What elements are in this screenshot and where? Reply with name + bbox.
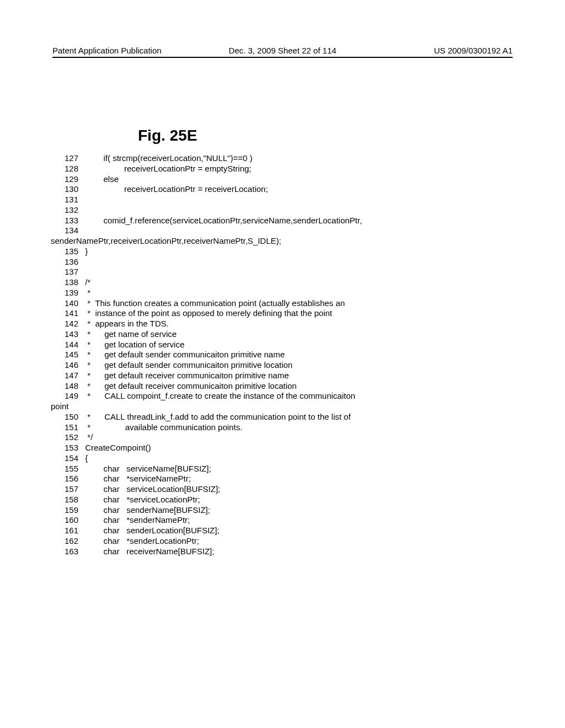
- line-number: 142: [56, 319, 83, 329]
- line-number: 152: [56, 432, 83, 443]
- line-number: 140: [56, 298, 83, 309]
- figure-title: Fig. 25E: [138, 127, 197, 144]
- code-line: 129 else: [56, 174, 362, 185]
- line-text: * instance of the point as opposed to me…: [83, 308, 332, 318]
- line-text: else: [83, 174, 119, 184]
- code-line: 143 * get name of service: [56, 329, 362, 340]
- line-number: 138: [56, 277, 83, 288]
- code-line: 140 * This function creates a communicat…: [56, 298, 362, 309]
- line-number: 143: [56, 329, 83, 340]
- line-text: {: [83, 453, 88, 463]
- line-text: */: [83, 432, 93, 442]
- code-line: 151 * available communication points.: [56, 422, 362, 433]
- line-text: char *senderLocationPtr;: [83, 536, 199, 545]
- code-line: 153 CreateCompoint(): [56, 443, 362, 453]
- line-text: char *senderNamePtr;: [83, 515, 190, 524]
- line-text: }: [83, 247, 88, 256]
- line-number: 127: [56, 153, 83, 164]
- line-text: /*: [83, 277, 90, 287]
- line-number: 163: [56, 547, 83, 557]
- line-number: 131: [56, 195, 83, 205]
- code-line: 135 }: [56, 247, 362, 257]
- line-text: * appears in the TDS.: [83, 319, 169, 328]
- code-line: 139 *: [56, 288, 362, 298]
- page-header: Patent Application Publication Dec. 3, 2…: [52, 46, 513, 58]
- code-line: 146 * get default sender communicaiton p…: [56, 360, 362, 371]
- line-text: * get location of service: [83, 340, 184, 349]
- code-line: 156 char *serviceNamePtr;: [56, 474, 362, 484]
- line-number: 137: [56, 267, 83, 277]
- line-text: * get default sender communicaiton primi…: [83, 350, 285, 359]
- code-line: 144 * get location of service: [56, 340, 362, 350]
- code-line: 136: [56, 257, 362, 267]
- code-line: 162 char *senderLocationPtr;: [56, 536, 362, 547]
- code-line: 142 * appears in the TDS.: [56, 319, 362, 329]
- code-line: 152 */: [56, 432, 362, 443]
- line-text: receiverLocationPtr = emptyString;: [83, 164, 252, 173]
- code-line: 159 char senderName[BUFSIZ];: [56, 505, 362, 516]
- line-number: 147: [56, 371, 83, 381]
- line-text: * CALL threadLink_f.add to add the commu…: [83, 412, 351, 421]
- line-text: char senderLocation[BUFSIZ];: [83, 526, 220, 535]
- code-line: 130 receiverLocationPtr = receiverLocati…: [56, 184, 362, 195]
- line-number: 146: [56, 360, 83, 371]
- code-line: 148 * get default receiver communicaiton…: [56, 381, 362, 392]
- code-line: 154 {: [56, 453, 362, 464]
- line-text: * get default receiver communicaiton pri…: [83, 381, 297, 390]
- source-code-listing: 127 if( strcmp(receiverLocation,"NULL")=…: [56, 153, 362, 556]
- line-number: 150: [56, 412, 83, 422]
- code-line: 133 comid_f.reference(serviceLocationPtr…: [56, 216, 362, 226]
- code-line: 150 * CALL threadLink_f.add to add the c…: [56, 412, 362, 422]
- line-number: 145: [56, 350, 83, 360]
- line-number: 135: [56, 247, 83, 257]
- code-line: 132: [56, 205, 362, 216]
- code-line: 138 /*: [56, 277, 362, 288]
- code-line: 137: [56, 267, 362, 277]
- line-text: char serviceName[BUFSIZ];: [83, 464, 211, 473]
- line-text: char serviceLocation[BUFSIZ];: [83, 484, 220, 494]
- code-line: senderNamePtr,receiverLocationPtr,receiv…: [51, 236, 362, 247]
- code-line: 163 char receiverName[BUFSIZ];: [56, 547, 362, 557]
- code-line: 155 char serviceName[BUFSIZ];: [56, 464, 362, 474]
- line-number: 149: [56, 391, 83, 402]
- code-line: 145 * get default sender communicaiton p…: [56, 350, 362, 360]
- code-line: 160 char *senderNamePtr;: [56, 515, 362, 526]
- line-number: 161: [56, 526, 83, 536]
- line-text: * available communication points.: [83, 422, 242, 432]
- line-text: if( strcmp(receiverLocation,"NULL")==0 ): [83, 153, 252, 163]
- line-text: char *serviceNamePtr;: [83, 474, 191, 483]
- line-text: * This function creates a communication …: [83, 298, 345, 308]
- line-number: 141: [56, 308, 83, 319]
- line-number: 139: [56, 288, 83, 298]
- line-number: 130: [56, 184, 83, 195]
- line-text: *: [83, 288, 90, 297]
- code-line: 141 * instance of the point as opposed t…: [56, 308, 362, 319]
- code-line: 134: [56, 226, 362, 236]
- line-text: receiverLocationPtr = receiverLocation;: [83, 184, 268, 194]
- line-number: 157: [56, 484, 83, 495]
- code-line: 149 * CALL compoint_f.create to create t…: [56, 391, 362, 402]
- code-line: 161 char senderLocation[BUFSIZ];: [56, 526, 362, 536]
- line-number: 153: [56, 443, 83, 453]
- line-number: 158: [56, 495, 83, 505]
- line-number: 134: [56, 226, 83, 236]
- header-right: US 2009/0300192 A1: [359, 46, 513, 55]
- line-text: char senderName[BUFSIZ];: [83, 505, 210, 515]
- line-number: 155: [56, 464, 83, 474]
- line-number: 162: [56, 536, 83, 547]
- line-text: * get default receiver communicaiton pri…: [83, 371, 289, 380]
- code-line: 127 if( strcmp(receiverLocation,"NULL")=…: [56, 153, 362, 164]
- line-number: 128: [56, 164, 83, 174]
- code-line: point: [51, 402, 362, 412]
- code-line: 157 char serviceLocation[BUFSIZ];: [56, 484, 362, 495]
- line-number: 160: [56, 515, 83, 526]
- header-left: Patent Application Publication: [52, 46, 206, 55]
- line-text: * get name of service: [83, 329, 177, 339]
- header-middle: Dec. 3, 2009 Sheet 22 of 114: [206, 46, 359, 55]
- line-text: * get default sender communicaiton primi…: [83, 360, 292, 370]
- line-number: 151: [56, 422, 83, 433]
- line-number: 132: [56, 205, 83, 216]
- line-text: comid_f.reference(serviceLocationPtr,ser…: [83, 216, 362, 225]
- line-text: * CALL compoint_f.create to create the i…: [83, 391, 355, 400]
- line-number: 154: [56, 453, 83, 464]
